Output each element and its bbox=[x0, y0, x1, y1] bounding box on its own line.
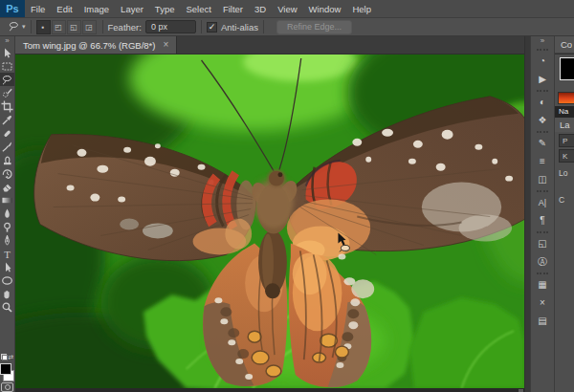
anti-alias-checkbox[interactable]: ✓ bbox=[207, 22, 217, 33]
clone-stamp-icon bbox=[1, 154, 13, 166]
default-colors-icon[interactable] bbox=[1, 354, 8, 360]
photoshop-logo: Ps bbox=[0, 0, 25, 17]
tools-panel: » T ⇄ bbox=[0, 36, 15, 392]
styles-panel-icon[interactable]: ❖ bbox=[531, 111, 554, 129]
eraser-tool[interactable] bbox=[0, 180, 14, 193]
horizontal-scrollbar[interactable] bbox=[15, 388, 524, 392]
move-tool[interactable] bbox=[0, 46, 14, 59]
collapse-toolbar-icon[interactable]: » bbox=[5, 36, 9, 46]
menu-help[interactable]: Help bbox=[346, 0, 377, 17]
lasso-icon bbox=[8, 20, 20, 34]
clone-source-panel-icon[interactable]: ◱ bbox=[531, 234, 554, 252]
separator bbox=[201, 20, 202, 33]
quick-mask-button[interactable] bbox=[1, 382, 13, 392]
drag-handle[interactable] bbox=[537, 190, 548, 192]
tab-layers[interactable]: La bbox=[555, 118, 574, 132]
collapse-dock-icon[interactable]: » bbox=[541, 36, 544, 47]
menu-view[interactable]: View bbox=[272, 0, 302, 17]
path-selection-tool[interactable] bbox=[0, 260, 14, 273]
document-tab[interactable]: Tom wing.jpg @ 66.7% (RGB/8*) × bbox=[15, 36, 177, 54]
brush-icon bbox=[1, 141, 13, 153]
document-tab-bar: Tom wing.jpg @ 66.7% (RGB/8*) × bbox=[15, 36, 524, 54]
foreground-color-swatch[interactable] bbox=[560, 57, 574, 80]
horizontal-type-tool[interactable]: T bbox=[0, 247, 14, 260]
spot-healing-brush-tool[interactable] bbox=[0, 126, 14, 140]
brush-panel-icon[interactable]: ✎ bbox=[531, 134, 554, 152]
character-panel-icon[interactable]: A| bbox=[531, 193, 554, 211]
eraser-icon bbox=[1, 181, 13, 193]
tab-color[interactable]: Co bbox=[555, 36, 574, 53]
new-selection-button[interactable]: ▪ bbox=[36, 20, 51, 34]
butterfly-photo bbox=[15, 54, 524, 388]
menu-3d[interactable]: 3D bbox=[249, 0, 272, 17]
layer-comps-panel-icon[interactable]: ◫ bbox=[531, 170, 554, 188]
notes-panel-icon[interactable]: ▤ bbox=[531, 312, 554, 330]
menu-type[interactable]: Type bbox=[149, 0, 181, 17]
drag-handle[interactable] bbox=[537, 90, 548, 92]
measure-tools-panel-icon[interactable]: × bbox=[531, 294, 554, 312]
drag-handle[interactable] bbox=[537, 231, 548, 233]
dodge-icon bbox=[1, 221, 13, 233]
layers-filter-dropdown[interactable]: P bbox=[559, 134, 574, 147]
layers-panel-tabbar: La bbox=[555, 118, 574, 132]
menu-image[interactable]: Image bbox=[78, 0, 115, 17]
lasso-tool[interactable] bbox=[0, 73, 14, 86]
tab-navigator[interactable]: Na bbox=[555, 106, 574, 118]
history-panel-icon[interactable]: ◔ bbox=[531, 52, 554, 70]
menu-bar: Ps File Edit Image Layer Type Select Fil… bbox=[0, 0, 574, 18]
paragraph-panel-icon[interactable]: ¶ bbox=[531, 211, 554, 229]
layers-kind-dropdown[interactable]: K bbox=[559, 149, 574, 163]
menu-edit[interactable]: Edit bbox=[51, 0, 77, 17]
feather-input[interactable]: 0 px bbox=[145, 20, 196, 33]
image-canvas[interactable] bbox=[15, 54, 524, 388]
crop-tool[interactable] bbox=[0, 99, 14, 113]
separator bbox=[31, 20, 32, 33]
foreground-color-swatch[interactable] bbox=[0, 363, 11, 375]
magnifier-icon bbox=[1, 301, 13, 314]
character-styles-panel-icon[interactable]: Ⓐ bbox=[531, 252, 554, 271]
actions-panel-icon[interactable]: ▶ bbox=[531, 70, 554, 88]
gradient-tool[interactable] bbox=[0, 193, 14, 207]
menu-file[interactable]: File bbox=[25, 0, 51, 17]
zoom-tool[interactable] bbox=[0, 300, 14, 314]
drag-handle[interactable] bbox=[537, 131, 548, 133]
crop-icon bbox=[1, 100, 13, 113]
color-spectrum-ramp[interactable] bbox=[558, 92, 574, 104]
eyedropper-tool[interactable] bbox=[0, 113, 14, 126]
feather-label: Feather: bbox=[108, 22, 142, 33]
drag-handle[interactable] bbox=[537, 272, 548, 274]
blur-tool[interactable] bbox=[0, 207, 14, 220]
color-panel-tabbar: Co bbox=[555, 36, 574, 54]
eyedropper-icon bbox=[1, 114, 13, 126]
intersect-selection-button[interactable]: ◲ bbox=[82, 20, 97, 34]
add-to-selection-button[interactable]: ◰ bbox=[52, 20, 66, 34]
swap-colors-icon[interactable]: ⇄ bbox=[9, 354, 14, 361]
refine-edge-button[interactable]: Refine Edge... bbox=[276, 20, 352, 34]
chevron-down-icon: ▾ bbox=[22, 23, 26, 31]
menu-filter[interactable]: Filter bbox=[217, 0, 249, 17]
close-icon[interactable]: × bbox=[163, 40, 168, 50]
adjustments-panel-icon[interactable]: ◐ bbox=[531, 93, 554, 111]
menu-window[interactable]: Window bbox=[303, 0, 347, 17]
menu-select[interactable]: Select bbox=[180, 0, 216, 17]
ellipse-shape-tool[interactable] bbox=[0, 273, 14, 287]
rectangular-marquee-tool[interactable] bbox=[0, 59, 14, 73]
tool-presets-panel-icon[interactable]: ≡ bbox=[531, 152, 554, 170]
panel-icon-dock: » ◔ ▶ ◐ ❖ ✎ ≡ ◫ A| ¶ ◱ Ⓐ ▦ × ▤ bbox=[530, 36, 554, 392]
separator bbox=[102, 20, 103, 33]
hand-tool[interactable] bbox=[0, 287, 14, 300]
menu-layer[interactable]: Layer bbox=[115, 0, 149, 17]
subtract-from-selection-button[interactable]: ◱ bbox=[67, 20, 81, 34]
info-panel-icon[interactable]: ▦ bbox=[531, 275, 554, 294]
dodge-tool[interactable] bbox=[0, 220, 14, 233]
brush-tool[interactable] bbox=[0, 140, 14, 153]
quick-selection-tool[interactable] bbox=[0, 86, 14, 99]
pen-icon bbox=[1, 234, 13, 247]
lock-label: Lo bbox=[559, 168, 567, 178]
tool-preset-picker[interactable]: ▾ bbox=[8, 20, 26, 34]
clone-stamp-tool[interactable] bbox=[0, 153, 14, 166]
document-tab-title: Tom wing.jpg @ 66.7% (RGB/8*) bbox=[23, 40, 155, 51]
drag-handle[interactable] bbox=[537, 49, 548, 51]
history-brush-tool[interactable] bbox=[0, 166, 14, 180]
pen-tool[interactable] bbox=[0, 233, 14, 247]
